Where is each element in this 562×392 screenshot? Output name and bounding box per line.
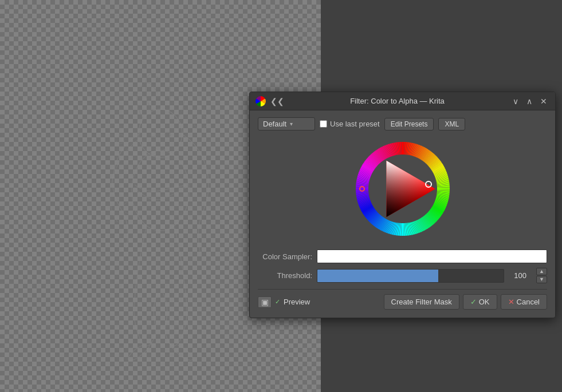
- color-sampler-label: Color Sampler:: [258, 252, 312, 261]
- preset-value: Default: [263, 120, 286, 128]
- preview-icon: ▣: [258, 296, 272, 308]
- svg-point-5: [194, 115, 207, 129]
- cancel-x-icon: ✕: [508, 298, 514, 306]
- threshold-spinner[interactable]: ▲ ▼: [536, 268, 547, 283]
- minimize-button[interactable]: ∨: [510, 96, 521, 107]
- toolbar-row: Default ▾ Use last preset Edit Presets X…: [258, 117, 547, 130]
- use-last-preset-input[interactable]: [320, 120, 327, 128]
- svg-point-3: [165, 132, 171, 137]
- titlebar-left: ❮❮: [256, 96, 284, 106]
- ok-check-icon: ✓: [470, 298, 477, 306]
- spinner-down-button[interactable]: ▼: [536, 276, 547, 283]
- threshold-value: 100: [509, 271, 532, 280]
- titlebar: ❮❮ Filter: Color to Alpha — Krita ∨ ∧ ✕: [250, 92, 555, 110]
- color-wheel-container[interactable]: [258, 137, 547, 240]
- sketch-svg: [46, 25, 275, 368]
- maximize-button[interactable]: ∧: [524, 96, 535, 107]
- create-filter-mask-label: Create Filter Mask: [391, 298, 452, 306]
- svg-point-4: [116, 134, 125, 144]
- titlebar-controls: ∨ ∧ ✕: [510, 96, 549, 107]
- xml-button[interactable]: XML: [438, 118, 465, 130]
- preview-section: ▣ ✓ Preview: [258, 296, 310, 308]
- threshold-fill: [317, 270, 438, 282]
- color-wheel-canvas[interactable]: [351, 137, 454, 240]
- preview-label: Preview: [284, 298, 310, 306]
- use-last-preset-checkbox[interactable]: Use last preset: [320, 120, 380, 128]
- color-sampler-bar[interactable]: [317, 250, 547, 263]
- cancel-label: Cancel: [517, 298, 540, 306]
- threshold-label: Threshold:: [258, 271, 312, 280]
- create-filter-mask-button[interactable]: Create Filter Mask: [384, 294, 459, 310]
- dialog-window: ❮❮ Filter: Color to Alpha — Krita ∨ ∧ ✕ …: [249, 92, 556, 318]
- svg-point-6: [123, 202, 135, 213]
- dialog-content: Default ▾ Use last preset Edit Presets X…: [250, 110, 555, 318]
- action-buttons: Create Filter Mask ✓ OK ✕ Cancel: [384, 294, 547, 310]
- edit-presets-button[interactable]: Edit Presets: [384, 118, 434, 130]
- krita-logo-icon: [256, 96, 266, 106]
- ok-button[interactable]: ✓ OK: [463, 294, 497, 310]
- spinner-up-button[interactable]: ▲: [536, 268, 547, 275]
- color-sampler-row: Color Sampler:: [258, 250, 547, 263]
- threshold-slider[interactable]: [317, 269, 504, 283]
- svg-point-7: [108, 118, 115, 125]
- ok-label: OK: [479, 298, 490, 306]
- dialog-title: Filter: Color to Alpha — Krita: [350, 97, 445, 105]
- preview-icon-glyph: ▣: [261, 298, 269, 307]
- close-button[interactable]: ✕: [538, 96, 549, 107]
- collapse-icon[interactable]: ❮❮: [270, 97, 284, 106]
- bottom-bar: ▣ ✓ Preview Create Filter Mask ✓ OK ✕ Ca…: [258, 289, 547, 310]
- svg-point-2: [150, 132, 156, 137]
- dropdown-arrow-icon: ▾: [290, 121, 293, 127]
- cancel-button[interactable]: ✕ Cancel: [501, 294, 547, 310]
- use-last-preset-label: Use last preset: [330, 120, 380, 128]
- threshold-row: Threshold: 100 ▲ ▼: [258, 268, 547, 283]
- preview-check-icon: ✓: [275, 298, 280, 306]
- color-wheel-wrapper[interactable]: [351, 137, 454, 240]
- preset-dropdown[interactable]: Default ▾: [258, 117, 315, 130]
